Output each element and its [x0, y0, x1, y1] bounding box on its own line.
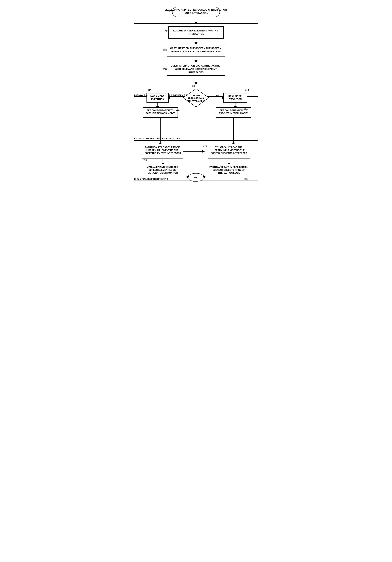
label-824: 824	[203, 145, 207, 148]
label-804: 804	[163, 49, 167, 51]
node-824-text: DYNAMICALLY LOAD THE LIBRARY IMPLEMENTIN…	[211, 146, 247, 154]
node-818-text: DYNAMICALLY LOAD THE MOCK LIBRARY IMPLEM…	[145, 146, 181, 154]
label-814: 814	[245, 89, 249, 92]
label-822: 822	[193, 180, 197, 183]
label-826: 826	[244, 178, 248, 180]
label-812: 812	[176, 109, 179, 111]
label-818: 818	[143, 159, 147, 162]
label-816: 816	[244, 108, 248, 110]
diagram-container: DEVELOPING AND TESTING GUI LOGIC INTERAC…	[132, 4, 260, 183]
flowchart-svg: DEVELOPING AND TESTING GUI LOGIC INTERAC…	[132, 4, 260, 183]
svg-rect-12	[147, 93, 168, 102]
label-806: 806	[163, 68, 167, 70]
node-820-text: MANUALLY INVOKE MOCKED SCREEN ELEMENT LO…	[147, 166, 179, 174]
label-800: 800	[168, 10, 172, 12]
no-label: NO	[173, 95, 177, 97]
label-810: 810	[148, 89, 151, 92]
label-808: 808	[192, 85, 196, 87]
yes-label: YES	[215, 95, 219, 97]
end-label: END	[193, 176, 198, 179]
label-802: 802	[165, 30, 168, 33]
label-820: 820	[146, 178, 149, 180]
phase3-label: III-RUN TIME-EXECUTION/TESTING	[134, 178, 168, 180]
phase2-label: II-GENERATION-TARGETING EXECUTION LOGIC	[134, 138, 181, 140]
svg-rect-13	[224, 93, 247, 102]
